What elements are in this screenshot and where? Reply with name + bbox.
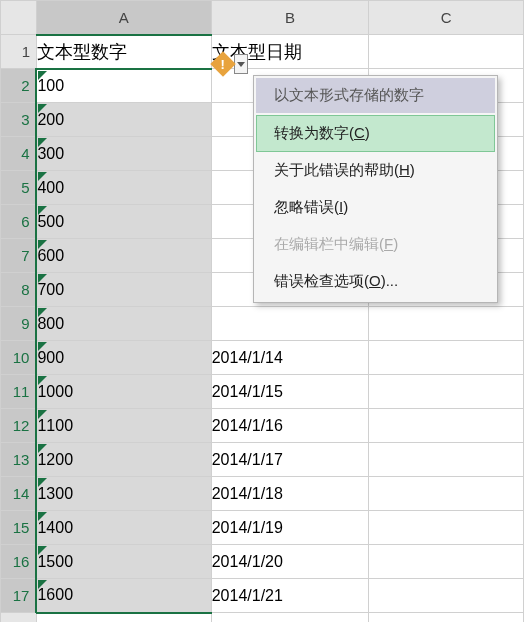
cell[interactable]: 1000 — [36, 375, 211, 409]
cell[interactable] — [36, 613, 211, 623]
error-triangle-icon — [38, 240, 47, 249]
cell[interactable]: 200 — [36, 103, 211, 137]
error-triangle-icon — [38, 478, 47, 487]
row-header[interactable]: 9 — [1, 307, 37, 341]
cell[interactable]: 2014/1/20 — [211, 545, 369, 579]
cell[interactable] — [369, 477, 524, 511]
error-triangle-icon — [38, 376, 47, 385]
error-triangle-icon — [38, 308, 47, 317]
row-header[interactable]: 5 — [1, 171, 37, 205]
cell[interactable] — [369, 613, 524, 623]
cell[interactable]: 300 — [36, 137, 211, 171]
warning-icon: ! — [210, 51, 235, 76]
cell[interactable]: 2014/1/18 — [211, 477, 369, 511]
row-header[interactable]: 1 — [1, 35, 37, 69]
cell[interactable] — [369, 341, 524, 375]
row-header[interactable]: 17 — [1, 579, 37, 613]
row-header[interactable]: 3 — [1, 103, 37, 137]
cell[interactable] — [369, 375, 524, 409]
column-header-c[interactable]: C — [369, 1, 524, 35]
cell[interactable]: 700 — [36, 273, 211, 307]
svg-marker-0 — [237, 62, 245, 67]
cell[interactable]: 文本型数字 — [36, 35, 211, 69]
row-header[interactable]: 7 — [1, 239, 37, 273]
cell[interactable]: 1500 — [36, 545, 211, 579]
cell[interactable]: 500 — [36, 205, 211, 239]
cell[interactable]: 1300 — [36, 477, 211, 511]
dropdown-icon[interactable] — [234, 54, 248, 74]
cell[interactable]: 600 — [36, 239, 211, 273]
row-header[interactable]: 13 — [1, 443, 37, 477]
cell[interactable] — [369, 511, 524, 545]
menu-item-error-checking-options[interactable]: 错误检查选项(O)... — [256, 263, 495, 300]
error-context-menu: 以文本形式存储的数字 转换为数字(C) 关于此错误的帮助(H) 忽略错误(I) … — [253, 75, 498, 303]
cell[interactable] — [369, 35, 524, 69]
error-triangle-icon — [38, 138, 47, 147]
menu-title: 以文本形式存储的数字 — [256, 78, 495, 113]
cell[interactable]: 1100 — [36, 409, 211, 443]
row-header[interactable]: 4 — [1, 137, 37, 171]
cell[interactable] — [211, 613, 369, 623]
error-triangle-icon — [38, 342, 47, 351]
error-triangle-icon — [38, 512, 47, 521]
row-header[interactable]: 11 — [1, 375, 37, 409]
row-header[interactable]: 8 — [1, 273, 37, 307]
error-triangle-icon — [38, 274, 47, 283]
row-header[interactable]: 18 — [1, 613, 37, 623]
cell[interactable] — [369, 545, 524, 579]
error-triangle-icon — [38, 104, 47, 113]
cell[interactable] — [369, 409, 524, 443]
row-header[interactable]: 2 — [1, 69, 37, 103]
cell[interactable]: 400 — [36, 171, 211, 205]
cell[interactable]: 2014/1/21 — [211, 579, 369, 613]
error-triangle-icon — [38, 580, 47, 589]
cell[interactable]: 900 — [36, 341, 211, 375]
menu-item-convert-to-number[interactable]: 转换为数字(C) — [256, 115, 495, 152]
menu-item-help[interactable]: 关于此错误的帮助(H) — [256, 152, 495, 189]
cell[interactable]: 1600 — [36, 579, 211, 613]
cell[interactable]: 1200 — [36, 443, 211, 477]
cell[interactable]: 2014/1/19 — [211, 511, 369, 545]
row-header[interactable]: 6 — [1, 205, 37, 239]
cell[interactable]: 2014/1/14 — [211, 341, 369, 375]
row-header[interactable]: 10 — [1, 341, 37, 375]
row-header[interactable]: 14 — [1, 477, 37, 511]
menu-item-ignore-error[interactable]: 忽略错误(I) — [256, 189, 495, 226]
cell[interactable]: 800 — [36, 307, 211, 341]
error-triangle-icon — [38, 546, 47, 555]
error-smart-tag[interactable]: ! — [214, 54, 248, 74]
cell[interactable] — [211, 307, 369, 341]
cell[interactable] — [369, 307, 524, 341]
error-triangle-icon — [38, 410, 47, 419]
error-triangle-icon — [38, 206, 47, 215]
column-header-a[interactable]: A — [36, 1, 211, 35]
row-header[interactable]: 15 — [1, 511, 37, 545]
select-all-corner[interactable] — [1, 1, 37, 35]
cell[interactable]: 1400 — [36, 511, 211, 545]
column-header-b[interactable]: B — [211, 1, 369, 35]
error-triangle-icon — [38, 71, 47, 80]
error-triangle-icon — [38, 172, 47, 181]
row-header[interactable]: 16 — [1, 545, 37, 579]
cell[interactable]: 100 — [36, 69, 211, 103]
menu-item-edit-in-formula-bar: 在编辑栏中编辑(F) — [256, 226, 495, 263]
cell[interactable]: 2014/1/16 — [211, 409, 369, 443]
error-triangle-icon — [38, 444, 47, 453]
cell[interactable]: 2014/1/17 — [211, 443, 369, 477]
cell[interactable]: 2014/1/15 — [211, 375, 369, 409]
cell[interactable] — [369, 579, 524, 613]
cell[interactable] — [369, 443, 524, 477]
row-header[interactable]: 12 — [1, 409, 37, 443]
